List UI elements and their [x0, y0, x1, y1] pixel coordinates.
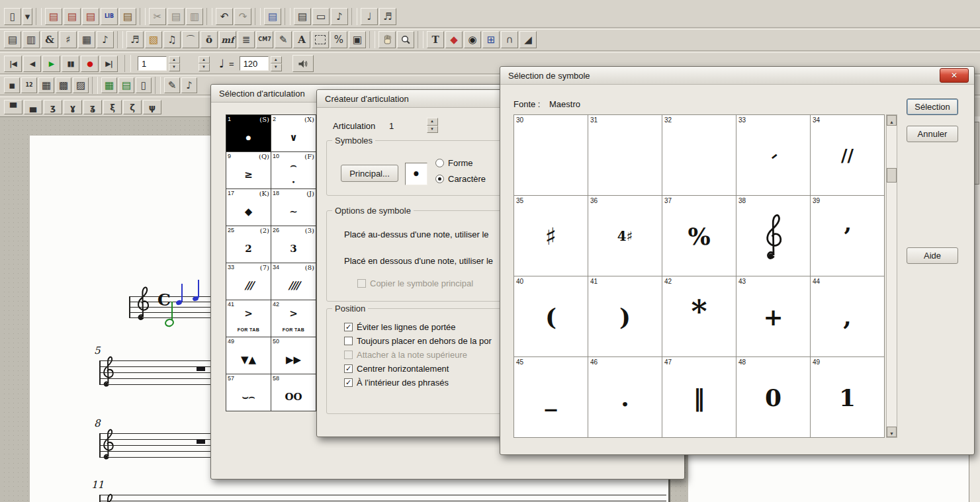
- green-sheet-button[interactable]: ▤: [118, 77, 134, 93]
- green-grid-button[interactable]: ▦: [101, 77, 117, 93]
- articulation-cell-33[interactable]: 33(7)///: [226, 263, 271, 300]
- play-button[interactable]: ▶: [42, 56, 60, 72]
- spinner-down[interactable]: [271, 63, 282, 71]
- articulation-cell-10[interactable]: 10(F)⌢●: [271, 152, 316, 189]
- symbol-cell-39[interactable]: 39’: [811, 196, 885, 276]
- articulation-cell-9[interactable]: 9(Q)≥: [226, 152, 271, 189]
- articulation-cell-2[interactable]: 2(X)∨: [271, 115, 316, 152]
- go-to-end-button[interactable]: ▶|: [100, 56, 118, 72]
- documentation-button[interactable]: ▤: [119, 8, 136, 25]
- selection-button[interactable]: Sélection: [907, 99, 958, 115]
- articulation-cell-34[interactable]: 34(8)////: [271, 263, 316, 300]
- symbol-cell-33[interactable]: 33–: [736, 115, 811, 196]
- repeat-tool[interactable]: ≣: [238, 31, 255, 48]
- tempo-field[interactable]: 120: [240, 56, 269, 71]
- sixteenth-rest-button[interactable]: ʓ: [83, 100, 102, 114]
- world-tool[interactable]: ◉: [464, 31, 481, 48]
- half-rest-button[interactable]: ▄: [24, 100, 42, 114]
- articulation-cell-41[interactable]: 41>FOR TAB: [226, 300, 271, 337]
- rewind-button[interactable]: ◀: [23, 56, 41, 72]
- page-layout-tool[interactable]: ▣: [349, 31, 366, 48]
- sixty-fourth-rest-button[interactable]: ζ: [123, 100, 142, 114]
- articulation-cell-50[interactable]: 50▶▶: [271, 337, 316, 374]
- articulation-cell-57[interactable]: 57⌣⌢: [226, 374, 271, 411]
- scroll-view-button[interactable]: ▭: [312, 8, 330, 25]
- playback-window-button[interactable]: ♩: [361, 8, 378, 25]
- spinner-up[interactable]: [169, 56, 180, 64]
- spinner-up[interactable]: [199, 56, 210, 64]
- symbol-cell-31[interactable]: 31: [588, 115, 662, 196]
- spinner-down[interactable]: [427, 126, 438, 134]
- symbol-cell-37[interactable]: 37%: [662, 196, 736, 276]
- articulation-tool[interactable]: ŏ: [200, 31, 218, 48]
- spinner-up[interactable]: [271, 56, 282, 64]
- articulation-cell-42[interactable]: 42>FOR TAB: [271, 300, 316, 337]
- symbol-cell-49[interactable]: 491: [811, 357, 885, 438]
- symbol-cell-46[interactable]: 46.: [588, 357, 662, 438]
- smart-shape-tool[interactable]: ⌒: [182, 31, 199, 48]
- spinner-down[interactable]: [199, 63, 210, 71]
- position-checkbox-5[interactable]: ✓À l'intérieur des phrasés: [344, 378, 492, 388]
- principal-button[interactable]: Principal...: [341, 165, 398, 182]
- lib-palette-button[interactable]: LIB: [101, 8, 118, 25]
- symbol-cell-38[interactable]: 38: [736, 196, 811, 276]
- layers-tool[interactable]: ▧: [145, 31, 162, 48]
- scroll-up-button[interactable]: [887, 115, 897, 126]
- print-button[interactable]: ▤: [64, 8, 81, 25]
- save-file-button[interactable]: ▤: [45, 8, 62, 25]
- measure-counter-field[interactable]: 1: [138, 56, 167, 71]
- staff-system-4[interactable]: [99, 495, 666, 502]
- symbol-cell-47[interactable]: 47‖: [662, 357, 736, 438]
- door-tool[interactable]: ∩: [501, 31, 518, 48]
- symbol-cell-44[interactable]: 44,: [811, 276, 885, 357]
- radio-caractere[interactable]: Caractère: [435, 174, 486, 184]
- help-button[interactable]: Aide: [907, 247, 958, 264]
- measure-numbers-button[interactable]: 12: [21, 77, 37, 93]
- hundred-twenty-eighth-rest-button[interactable]: ψ: [143, 100, 161, 114]
- record-button[interactable]: ●: [81, 56, 99, 72]
- mirror-tool[interactable]: %: [330, 31, 347, 48]
- position-checkbox-2[interactable]: Toujours placer en dehors de la por: [344, 336, 492, 346]
- symbol-grid-scrollbar[interactable]: [886, 114, 897, 438]
- articulation-cell-1[interactable]: 1(S)●: [226, 115, 271, 152]
- expression-tool[interactable]: mf: [219, 31, 236, 48]
- symbol-cell-41[interactable]: 41): [588, 276, 662, 357]
- clef-tool[interactable]: &: [41, 31, 58, 48]
- position-checkbox-4[interactable]: ✓Centrer horizontalement: [344, 364, 492, 374]
- go-to-beginning-button[interactable]: |◀: [4, 56, 22, 72]
- note-green-half[interactable]: [163, 317, 175, 328]
- open-library-button[interactable]: ▤: [82, 8, 99, 25]
- pause-button[interactable]: ▮▮: [62, 56, 79, 72]
- tuplet-tool[interactable]: ♫: [163, 31, 181, 48]
- spinner-up[interactable]: [427, 118, 438, 126]
- text-tool[interactable]: A: [293, 31, 310, 48]
- studio-view-button[interactable]: ♪: [331, 8, 348, 25]
- zoom-tool[interactable]: [397, 31, 414, 48]
- hand-grabber-tool[interactable]: [379, 31, 396, 48]
- note-pad-button[interactable]: ♪: [181, 77, 197, 93]
- symbol-cell-48[interactable]: 480: [736, 357, 811, 438]
- page-view-button[interactable]: ▤: [294, 8, 311, 25]
- position-checkbox-1[interactable]: ✓Éviter les lignes de portée: [344, 322, 492, 332]
- new-document-button[interactable]: ▯: [4, 8, 21, 25]
- symbol-cell-43[interactable]: 43+: [736, 276, 811, 357]
- message-bar-button[interactable]: ▤: [264, 8, 281, 25]
- cancel-button[interactable]: Annuler: [907, 126, 958, 142]
- symbol-cell-34[interactable]: 34//: [811, 115, 885, 196]
- audio-setup-button[interactable]: ♬: [379, 8, 396, 25]
- grid-c-button[interactable]: ▨: [73, 77, 89, 93]
- document-button[interactable]: ▯: [136, 77, 152, 93]
- articulation-cell-26[interactable]: 26(3)3: [271, 226, 316, 263]
- time-signature-tool[interactable]: ▦: [78, 31, 95, 48]
- midi-grid-tool[interactable]: ⊞: [482, 31, 500, 48]
- whole-rest[interactable]: [197, 440, 205, 444]
- undo-button[interactable]: ↶: [216, 8, 233, 25]
- articulation-cell-58[interactable]: 58OO: [271, 374, 316, 411]
- whole-rest-button[interactable]: ▀: [4, 100, 22, 114]
- lock-button[interactable]: ▪: [4, 77, 20, 93]
- simple-entry-tool[interactable]: ♪: [97, 31, 114, 48]
- new-document-dropdown[interactable]: ▾: [22, 8, 32, 25]
- articulation-cell-17[interactable]: 17(K)◆: [226, 189, 271, 226]
- articulation-value[interactable]: 1: [389, 121, 394, 131]
- symbol-cell-35[interactable]: 35♯: [514, 196, 588, 276]
